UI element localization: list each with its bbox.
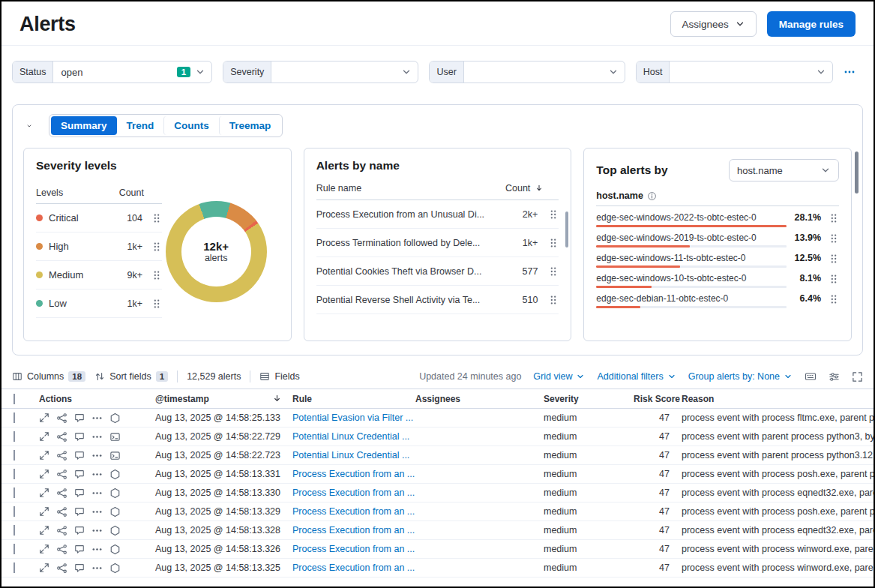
fullscreen-button[interactable] [852,371,863,382]
alert-rule-link[interactable]: Process Execution from an ... [292,544,415,554]
manage-rules-button[interactable]: Manage rules [767,11,856,37]
row-actions-kebab-icon[interactable] [829,233,839,244]
more-actions-icon[interactable] [91,562,103,574]
alert-reason-shield-icon[interactable] [109,412,121,424]
header-rule[interactable]: Rule [292,394,415,404]
row-actions-kebab-icon[interactable] [151,213,162,224]
row-actions-kebab-icon[interactable] [829,294,839,304]
panel-scrollbar-thumb[interactable] [565,212,568,248]
analyze-event-icon[interactable] [56,506,67,518]
expand-alert-icon[interactable] [39,544,49,554]
more-actions-icon[interactable] [91,488,103,499]
header-timestamp[interactable]: @timestamp [155,394,292,404]
investigate-timeline-icon[interactable] [74,469,85,479]
alert-reason-shield-icon[interactable] [109,506,121,518]
keyboard-shortcuts-button[interactable] [805,370,817,382]
row-checkbox[interactable] [13,488,15,498]
fields-button[interactable]: Fields [259,371,299,382]
top-alerts-field-select[interactable]: host.name [729,159,839,182]
more-actions-icon[interactable] [91,544,103,555]
columns-button[interactable]: Columns 18 [12,371,85,382]
alert-reason-shield-icon[interactable] [109,488,121,499]
investigate-timeline-icon[interactable] [74,412,85,423]
alert-reason-shield-icon[interactable] [109,525,121,536]
more-actions-icon[interactable] [91,525,103,536]
session-view-icon[interactable] [109,450,121,461]
sort-fields-button[interactable]: Sort fields 1 [94,371,168,382]
assignees-button[interactable]: Assignees [670,11,756,37]
row-actions-kebab-icon[interactable] [151,298,162,309]
display-options-button[interactable] [829,371,840,382]
session-view-icon[interactable] [109,431,121,442]
alert-rule-link[interactable]: Potential Evasion via Filter ... [292,412,413,423]
alert-rule-link[interactable]: Process Execution from an ... [292,488,415,498]
analyze-event-icon[interactable] [56,469,67,480]
col-count[interactable]: Count [505,183,530,194]
alert-rule-link[interactable]: Potential Linux Credential ... [292,431,409,442]
alert-rule-link[interactable]: Process Execution from an ... [292,506,415,517]
header-reason[interactable]: Reason [682,394,874,404]
analyze-event-icon[interactable] [56,431,67,442]
row-actions-kebab-icon[interactable] [829,213,839,224]
analyze-event-icon[interactable] [56,525,67,536]
host-filter[interactable]: Host [636,61,833,83]
alert-reason-shield-icon[interactable] [109,544,121,555]
user-filter[interactable]: User [429,61,625,83]
alert-rule-link[interactable]: Process Execution from an ... [292,562,415,573]
tab-counts[interactable]: Counts [163,116,219,135]
row-checkbox[interactable] [13,412,15,423]
analyze-event-icon[interactable] [56,412,67,424]
expand-alert-icon[interactable] [39,450,49,460]
analyze-event-icon[interactable] [56,544,67,555]
row-actions-kebab-icon[interactable] [151,242,162,252]
alert-rule-link[interactable]: Process Execution from an ... [292,525,415,536]
investigate-timeline-icon[interactable] [74,506,85,517]
more-actions-icon[interactable] [91,450,103,461]
header-severity[interactable]: Severity [544,394,634,404]
tab-summary[interactable]: Summary [51,116,117,135]
row-checkbox[interactable] [13,506,15,517]
sort-descending-icon[interactable] [272,394,282,404]
expand-alert-icon[interactable] [39,412,49,423]
status-filter[interactable]: Status open 1 [12,61,212,83]
info-icon[interactable] [647,191,657,201]
row-checkbox[interactable] [13,525,15,536]
investigate-timeline-icon[interactable] [74,488,85,498]
more-actions-icon[interactable] [91,431,103,442]
expand-alert-icon[interactable] [39,431,49,442]
grid-view-button[interactable]: Grid view [533,371,585,382]
header-assignees[interactable]: Assignees [415,394,544,404]
row-actions-kebab-icon[interactable] [548,266,559,277]
investigate-timeline-icon[interactable] [74,431,85,442]
investigate-timeline-icon[interactable] [74,544,85,554]
expand-alert-icon[interactable] [39,525,49,536]
alert-rule-link[interactable]: Process Execution from an ... [292,469,415,479]
row-actions-kebab-icon[interactable] [548,238,559,248]
analyze-event-icon[interactable] [56,562,67,574]
group-alerts-by-button[interactable]: Group alerts by: None [688,371,793,382]
row-checkbox[interactable] [13,469,15,479]
expand-alert-icon[interactable] [39,562,49,573]
row-checkbox[interactable] [13,544,15,554]
row-actions-kebab-icon[interactable] [151,270,162,280]
row-checkbox[interactable] [13,450,15,460]
analyze-event-icon[interactable] [56,488,67,499]
investigate-timeline-icon[interactable] [74,562,85,573]
alert-reason-shield-icon[interactable] [109,469,121,480]
row-actions-kebab-icon[interactable] [548,295,559,305]
additional-filters-button[interactable]: Additional filters [597,371,676,382]
alert-reason-shield-icon[interactable] [109,562,121,574]
severity-filter[interactable]: Severity [223,61,418,83]
expand-alert-icon[interactable] [39,506,49,517]
more-actions-icon[interactable] [91,412,103,424]
collapse-charts-chevron-icon[interactable] [23,120,35,132]
alert-rule-link[interactable]: Potential Linux Credential ... [292,450,409,460]
expand-alert-icon[interactable] [39,488,49,498]
analyze-event-icon[interactable] [56,450,67,461]
tab-trend[interactable]: Trend [117,116,164,135]
row-actions-kebab-icon[interactable] [829,274,839,284]
row-actions-kebab-icon[interactable] [829,254,839,264]
expand-alert-icon[interactable] [39,469,49,479]
more-filters-icon[interactable] [844,66,856,78]
investigate-timeline-icon[interactable] [74,450,85,460]
